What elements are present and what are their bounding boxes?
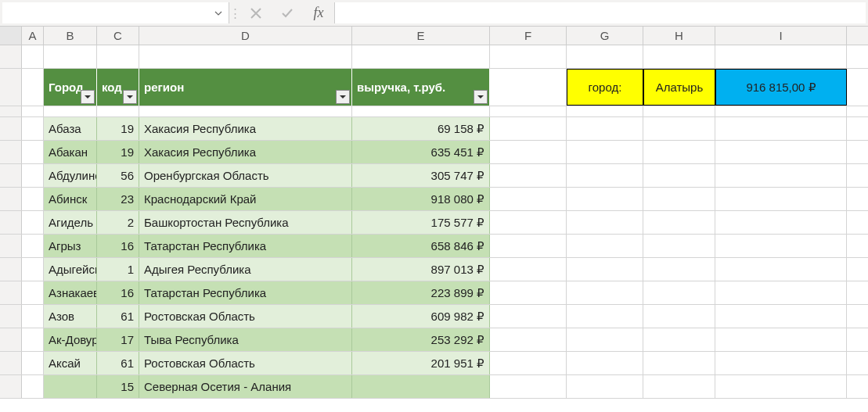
cell-city[interactable]: Ак-Довурак <box>44 328 97 351</box>
cell[interactable] <box>490 235 567 257</box>
cell[interactable] <box>97 106 139 116</box>
row-header[interactable] <box>0 328 22 351</box>
cell-city[interactable]: Азнакаево <box>44 281 97 304</box>
col-header-D[interactable]: D <box>139 27 352 45</box>
select-all-corner[interactable] <box>0 27 22 45</box>
cell[interactable] <box>490 69 567 106</box>
cell[interactable] <box>715 106 847 116</box>
cell[interactable] <box>490 211 567 234</box>
insert-function-button[interactable]: fx <box>303 0 334 26</box>
table-header-region[interactable]: регион <box>139 69 352 106</box>
cell[interactable] <box>715 164 847 187</box>
cell-code[interactable]: 17 <box>97 328 139 351</box>
cell[interactable] <box>22 117 44 140</box>
cell[interactable] <box>643 164 715 187</box>
table-header-city[interactable]: Город <box>44 69 97 106</box>
cancel-button[interactable] <box>240 0 272 26</box>
cell-revenue[interactable]: 918 080 ₽ <box>352 188 490 210</box>
cell[interactable] <box>139 45 352 68</box>
cell-revenue[interactable]: 223 899 ₽ <box>352 281 490 304</box>
cell-region[interactable]: Башкортостан Республика <box>139 211 352 234</box>
cell-code[interactable]: 56 <box>97 164 139 187</box>
cell-code[interactable]: 1 <box>97 258 139 281</box>
cell[interactable] <box>567 352 643 374</box>
cell-city[interactable]: Агидель <box>44 211 97 234</box>
cell[interactable] <box>22 235 44 257</box>
cell-revenue[interactable]: 609 982 ₽ <box>352 305 490 328</box>
cell[interactable] <box>643 45 715 68</box>
cell-city[interactable]: Адыгейск <box>44 258 97 281</box>
cell[interactable] <box>643 188 715 210</box>
filter-dropdown-icon[interactable] <box>336 90 350 104</box>
cell[interactable] <box>643 106 715 116</box>
col-header-B[interactable]: B <box>44 27 97 45</box>
row-header[interactable] <box>0 375 22 398</box>
cell[interactable] <box>643 328 715 351</box>
col-header-C[interactable]: C <box>97 27 139 45</box>
cell-region[interactable]: Ростовская Область <box>139 352 352 374</box>
cell[interactable] <box>490 305 567 328</box>
cell[interactable] <box>490 258 567 281</box>
cell-revenue[interactable]: 201 951 ₽ <box>352 352 490 374</box>
cell[interactable] <box>22 188 44 210</box>
cell[interactable] <box>643 235 715 257</box>
row-header[interactable] <box>0 117 22 140</box>
cell[interactable] <box>567 258 643 281</box>
row-header[interactable] <box>0 305 22 328</box>
cell-region[interactable]: Северная Осетия - Алания <box>139 375 352 398</box>
cell-revenue[interactable]: 305 747 ₽ <box>352 164 490 187</box>
cell[interactable] <box>490 375 567 398</box>
cell[interactable] <box>567 45 643 68</box>
cell-revenue[interactable]: 253 292 ₽ <box>352 328 490 351</box>
col-header-F[interactable]: F <box>490 27 567 45</box>
cell-code[interactable]: 61 <box>97 352 139 374</box>
cell-city[interactable]: Абдулино <box>44 164 97 187</box>
col-header-G[interactable]: G <box>567 27 643 45</box>
cell[interactable] <box>490 188 567 210</box>
table-header-code[interactable]: код <box>97 69 139 106</box>
cell[interactable] <box>139 106 352 116</box>
cell[interactable] <box>567 375 643 398</box>
cell-region[interactable]: Тыва Республика <box>139 328 352 351</box>
table-header-revenue[interactable]: выручка, т.руб. <box>352 69 490 106</box>
row-header[interactable] <box>0 352 22 374</box>
cell[interactable] <box>44 106 97 116</box>
cell[interactable] <box>643 352 715 374</box>
cell-region[interactable]: Хакасия Республика <box>139 117 352 140</box>
row-header[interactable] <box>0 258 22 281</box>
cell[interactable] <box>567 211 643 234</box>
cell[interactable] <box>643 281 715 304</box>
row-header[interactable] <box>0 45 22 68</box>
row-header[interactable] <box>0 281 22 304</box>
cell[interactable] <box>22 45 44 68</box>
cell[interactable] <box>22 141 44 163</box>
cell-region[interactable]: Ростовская Область <box>139 305 352 328</box>
cell[interactable] <box>22 352 44 374</box>
cell[interactable] <box>22 328 44 351</box>
row-header[interactable] <box>0 235 22 257</box>
cell[interactable] <box>44 45 97 68</box>
cell[interactable] <box>490 141 567 163</box>
cell-region[interactable]: Краснодарский Край <box>139 188 352 210</box>
cell[interactable] <box>715 45 847 68</box>
col-header-A[interactable]: A <box>22 27 44 45</box>
row-header[interactable] <box>0 69 22 106</box>
lookup-result-cell[interactable]: 916 815,00 ₽ <box>715 69 847 106</box>
name-box-dropdown-icon[interactable] <box>211 2 225 23</box>
cell[interactable] <box>22 305 44 328</box>
cell[interactable] <box>715 352 847 374</box>
cell[interactable] <box>567 281 643 304</box>
cell-code[interactable]: 16 <box>97 281 139 304</box>
cell[interactable] <box>490 45 567 68</box>
cell[interactable] <box>490 164 567 187</box>
filter-dropdown-icon[interactable] <box>81 90 95 104</box>
row-header[interactable] <box>0 106 22 116</box>
enter-button[interactable] <box>272 0 303 26</box>
cell[interactable] <box>715 188 847 210</box>
cell-code[interactable]: 19 <box>97 141 139 163</box>
cell[interactable] <box>490 281 567 304</box>
cell[interactable] <box>715 211 847 234</box>
filter-dropdown-icon[interactable] <box>474 90 488 104</box>
row-header[interactable] <box>0 164 22 187</box>
cell[interactable] <box>22 281 44 304</box>
